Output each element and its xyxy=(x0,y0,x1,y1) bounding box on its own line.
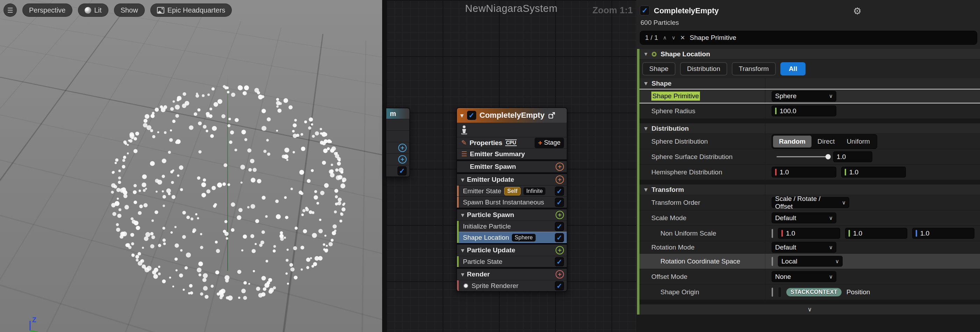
node-row-emitter-summary[interactable]: ☰ Emitter Summary xyxy=(457,148,567,159)
shape-primitive-dropdown[interactable]: Sphere ∨ xyxy=(772,91,836,102)
category-distribution[interactable]: ▾ Distribution xyxy=(640,123,980,134)
add-module-icon[interactable]: + xyxy=(555,175,564,184)
category-transform[interactable]: ▾ Transform xyxy=(640,184,980,195)
reset-to-default-marker[interactable] xyxy=(772,288,773,297)
filter-distribution-button[interactable]: Distribution xyxy=(680,62,727,75)
module-header-shape-location[interactable]: ▾ Shape Location xyxy=(640,49,980,59)
clear-search-icon[interactable]: × xyxy=(680,33,685,42)
module-sprite-renderer[interactable]: ✹ Sprite Renderer ✓ xyxy=(457,280,567,291)
module-enabled-checkbox[interactable]: ✓ xyxy=(555,222,564,231)
open-external-icon[interactable] xyxy=(548,111,555,119)
row-sphere-radius[interactable]: Sphere Radius 100.0 xyxy=(640,103,980,119)
viewport-menu-button[interactable]: ☰ xyxy=(3,3,17,17)
row-hemisphere-distribution[interactable]: Hemisphere Distribution 1.0 1.0 xyxy=(640,165,980,180)
enabled-checkbox[interactable]: ✓ xyxy=(398,166,407,175)
filter-all-button[interactable]: All xyxy=(780,62,805,75)
module-enabled-checkbox[interactable]: ✓ xyxy=(555,198,564,207)
module-enabled-checkbox[interactable]: ✓ xyxy=(555,187,564,196)
collapse-arrow-icon[interactable]: ▾ xyxy=(644,80,648,87)
add-stage-icon[interactable]: + xyxy=(398,144,407,152)
scale-x-input[interactable]: 1.0 xyxy=(778,228,840,239)
emitter-icon-row[interactable] xyxy=(457,123,567,137)
section-particle-spawn[interactable]: ▾ Particle Spawn + xyxy=(457,209,567,221)
option-uniform[interactable]: Uniform xyxy=(841,136,876,148)
module-emitter-state[interactable]: Emitter State Self Infinite ✓ xyxy=(457,185,567,196)
row-rotation-coordinate-space[interactable]: Rotation Coordinate Space Local ∨ xyxy=(640,254,980,269)
row-shape-primitive[interactable]: Shape Primitive Sphere ∨ xyxy=(640,89,980,103)
previous-result-icon[interactable]: ∧ xyxy=(663,35,667,41)
scale-mode-dropdown[interactable]: Default ∨ xyxy=(772,213,836,223)
emitter-enabled-checkbox[interactable]: ✓ xyxy=(640,6,650,15)
system-node-partial[interactable]: m + + ✓ xyxy=(387,108,410,177)
hemisphere-y-input[interactable]: 1.0 xyxy=(841,167,906,178)
surface-distribution-input[interactable]: 1.0 xyxy=(833,151,872,162)
viewport-3d[interactable]: ☰ Perspective Lit Show Epic Headquarters… xyxy=(0,0,382,332)
emitter-enabled-checkbox[interactable]: ✓ xyxy=(467,111,476,120)
perspective-button[interactable]: Perspective xyxy=(22,3,72,17)
add-module-icon[interactable]: + xyxy=(555,162,564,171)
sphere-radius-input[interactable]: 100.0 xyxy=(772,106,836,116)
rotation-space-dropdown[interactable]: Local ∨ xyxy=(778,256,843,267)
row-offset-mode[interactable]: Offset Mode None ∨ xyxy=(640,269,980,284)
next-result-icon[interactable]: ∨ xyxy=(671,35,676,41)
option-direct[interactable]: Direct xyxy=(811,136,841,148)
collapse-arrow-icon[interactable]: ▾ xyxy=(644,50,648,58)
module-shape-location[interactable]: Shape Location Sphere ✓ xyxy=(457,232,567,243)
row-scale-mode[interactable]: Scale Mode Default ∨ xyxy=(640,210,980,226)
collapse-arrow-icon[interactable]: ▾ xyxy=(460,112,464,119)
system-node-row[interactable]: ✓ xyxy=(387,165,409,176)
collapse-arrow-icon[interactable]: ▾ xyxy=(644,186,648,193)
option-random[interactable]: Random xyxy=(773,136,811,148)
stackcontext-badge[interactable]: STACKCONTEXT xyxy=(786,288,842,296)
row-transform-order[interactable]: Transform Order Scale / Rotate / Offset … xyxy=(640,195,980,210)
section-emitter-spawn[interactable]: Emitter Spawn + xyxy=(457,161,567,172)
section-particle-update[interactable]: ▾ Particle Update + xyxy=(457,245,567,256)
rotation-mode-dropdown[interactable]: Default ∨ xyxy=(772,242,836,253)
add-stage-button[interactable]: + Stage xyxy=(535,138,564,148)
add-module-icon[interactable]: + xyxy=(555,246,564,254)
module-enabled-checkbox[interactable]: ✓ xyxy=(555,257,564,266)
section-emitter-update[interactable]: ▾ Emitter Update + xyxy=(457,174,567,185)
row-shape-origin[interactable]: Shape Origin STACKCONTEXT Position xyxy=(640,284,980,300)
panel-splitter[interactable] xyxy=(382,0,387,332)
gear-icon[interactable]: ⚙ xyxy=(853,6,861,17)
collapse-arrow-icon[interactable]: ▾ xyxy=(461,247,464,254)
add-stage-icon[interactable]: + xyxy=(398,155,407,164)
row-rotation-mode[interactable]: Rotation Mode Default ∨ xyxy=(640,241,980,254)
reset-to-default-marker[interactable] xyxy=(772,229,773,238)
section-render[interactable]: ▾ Render + xyxy=(457,269,567,280)
module-enabled-checkbox[interactable]: ✓ xyxy=(555,233,564,242)
environment-button[interactable]: Epic Headquarters xyxy=(150,3,232,17)
collapse-arrow-icon[interactable]: ▾ xyxy=(461,176,464,183)
row-non-uniform-scale[interactable]: Non Uniform Scale 1.0 1.0 1.0 xyxy=(640,226,980,241)
module-enabled-checkbox[interactable]: ✓ xyxy=(555,281,564,291)
surface-distribution-slider[interactable] xyxy=(776,156,828,157)
offset-mode-dropdown[interactable]: None ∨ xyxy=(772,271,836,282)
row-sphere-surface-distribution[interactable]: Sphere Surface Distribution 1.0 xyxy=(640,149,980,165)
node-row-properties[interactable]: ✎ Properties CPU + Stage xyxy=(457,137,567,148)
expand-advanced-row[interactable]: ∨ xyxy=(640,304,980,315)
collapse-arrow-icon[interactable]: ▾ xyxy=(461,211,464,219)
add-module-icon[interactable]: + xyxy=(555,211,564,219)
module-spawn-burst[interactable]: Spawn Burst Instantaneous ✓ xyxy=(457,196,567,208)
row-sphere-distribution[interactable]: Sphere Distribution Random Direct Unifor… xyxy=(640,134,980,149)
system-node-row[interactable]: + xyxy=(387,153,409,165)
emitter-node-header[interactable]: ▾ ✓ CompletelyEmpty xyxy=(457,108,567,123)
scale-y-input[interactable]: 1.0 xyxy=(845,228,907,239)
show-button[interactable]: Show xyxy=(114,3,145,17)
system-overview-graph[interactable]: NewNiagaraSystem Zoom 1:1 m + + ✓ ▾ ✓ xyxy=(387,0,636,332)
reset-to-default-marker[interactable] xyxy=(772,257,773,266)
module-initialize-particle[interactable]: Initialize Particle ✓ xyxy=(457,221,567,232)
collapse-arrow-icon[interactable]: ▾ xyxy=(644,125,648,132)
lit-button[interactable]: Lit xyxy=(78,3,108,17)
category-shape[interactable]: ▾ Shape xyxy=(640,78,980,89)
system-node-row[interactable]: + xyxy=(387,142,409,153)
add-renderer-icon[interactable]: + xyxy=(555,270,564,278)
system-node-row[interactable] xyxy=(387,119,409,130)
module-particle-state[interactable]: Particle State ✓ xyxy=(457,256,567,267)
filter-transform-button[interactable]: Transform xyxy=(732,62,776,75)
hemisphere-x-input[interactable]: 1.0 xyxy=(772,167,836,178)
emitter-node[interactable]: ▾ ✓ CompletelyEmpty ✎ Properties xyxy=(456,107,568,292)
scale-z-input[interactable]: 1.0 xyxy=(912,228,974,239)
stack-search-bar[interactable]: 1 / 1 ∧ ∨ × Shape Primitive xyxy=(640,31,977,45)
